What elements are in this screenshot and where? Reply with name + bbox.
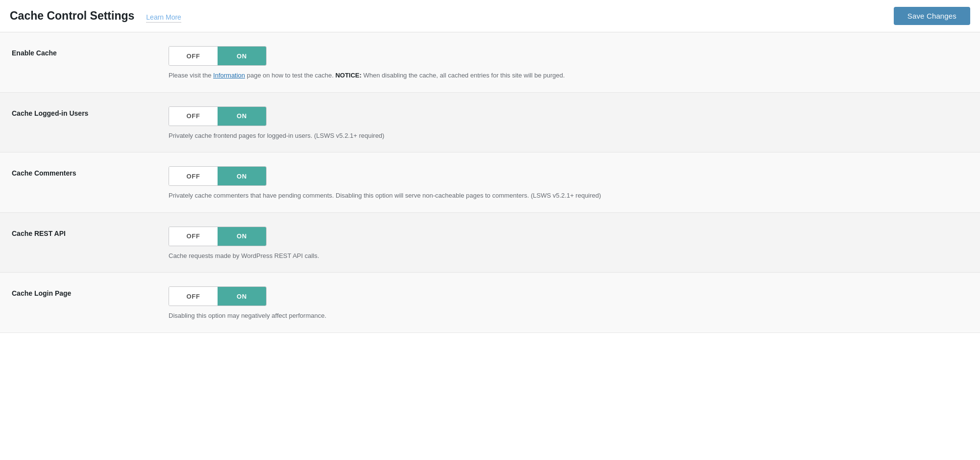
setting-content-enable-cache: OFF ON Please visit the Information page…	[169, 46, 968, 80]
toggle-off-label: OFF	[169, 227, 218, 246]
toggle-off-label: OFF	[169, 167, 218, 185]
toggle-cache-commenters[interactable]: OFF ON	[169, 166, 267, 186]
setting-description-cache-logged-in-users: Privately cache frontend pages for logge…	[169, 131, 968, 141]
page-header: Cache Control Settings Learn More Save C…	[0, 0, 980, 32]
setting-row-cache-login-page: Cache Login Page OFF ON Disabling this o…	[0, 273, 980, 333]
setting-description-enable-cache: Please visit the Information page on how…	[169, 71, 968, 80]
toggle-on-label: ON	[218, 227, 266, 246]
toggle-cache-login-page[interactable]: OFF ON	[169, 286, 267, 306]
header-left: Cache Control Settings Learn More	[10, 9, 181, 23]
page-title: Cache Control Settings	[10, 9, 134, 23]
toggle-off-label: OFF	[169, 107, 218, 126]
toggle-on-label: ON	[218, 47, 266, 65]
setting-description-cache-rest-api: Cache requests made by WordPress REST AP…	[169, 251, 968, 261]
setting-content-cache-commenters: OFF ON Privately cache commenters that h…	[169, 166, 968, 201]
setting-description-cache-commenters: Privately cache commenters that have pen…	[169, 191, 968, 201]
toggle-on-label: ON	[218, 287, 266, 306]
setting-label-cache-logged-in-users: Cache Logged-in Users	[12, 106, 169, 117]
toggle-off-label: OFF	[169, 47, 218, 65]
setting-content-cache-login-page: OFF ON Disabling this option may negativ…	[169, 286, 968, 321]
toggle-cache-rest-api[interactable]: OFF ON	[169, 227, 267, 246]
save-changes-button[interactable]: Save Changes	[894, 7, 970, 25]
toggle-on-label: ON	[218, 167, 266, 185]
setting-content-cache-rest-api: OFF ON Cache requests made by WordPress …	[169, 227, 968, 261]
setting-label-enable-cache: Enable Cache	[12, 46, 169, 57]
setting-row-cache-commenters: Cache Commenters OFF ON Privately cache …	[0, 153, 980, 213]
setting-row-cache-rest-api: Cache REST API OFF ON Cache requests mad…	[0, 213, 980, 273]
settings-container: Enable Cache OFF ON Please visit the Inf…	[0, 32, 980, 333]
page-wrapper: Cache Control Settings Learn More Save C…	[0, 0, 980, 460]
toggle-on-label: ON	[218, 107, 266, 126]
setting-label-cache-rest-api: Cache REST API	[12, 227, 169, 237]
learn-more-link[interactable]: Learn More	[146, 13, 181, 23]
setting-label-cache-commenters: Cache Commenters	[12, 166, 169, 177]
setting-row-cache-logged-in-users: Cache Logged-in Users OFF ON Privately c…	[0, 93, 980, 153]
toggle-off-label: OFF	[169, 287, 218, 306]
setting-content-cache-logged-in-users: OFF ON Privately cache frontend pages fo…	[169, 106, 968, 141]
setting-label-cache-login-page: Cache Login Page	[12, 286, 169, 297]
setting-row-enable-cache: Enable Cache OFF ON Please visit the Inf…	[0, 32, 980, 93]
toggle-cache-logged-in-users[interactable]: OFF ON	[169, 106, 267, 126]
setting-description-cache-login-page: Disabling this option may negatively aff…	[169, 311, 968, 321]
toggle-enable-cache[interactable]: OFF ON	[169, 46, 267, 66]
information-link[interactable]: Information	[213, 72, 245, 79]
